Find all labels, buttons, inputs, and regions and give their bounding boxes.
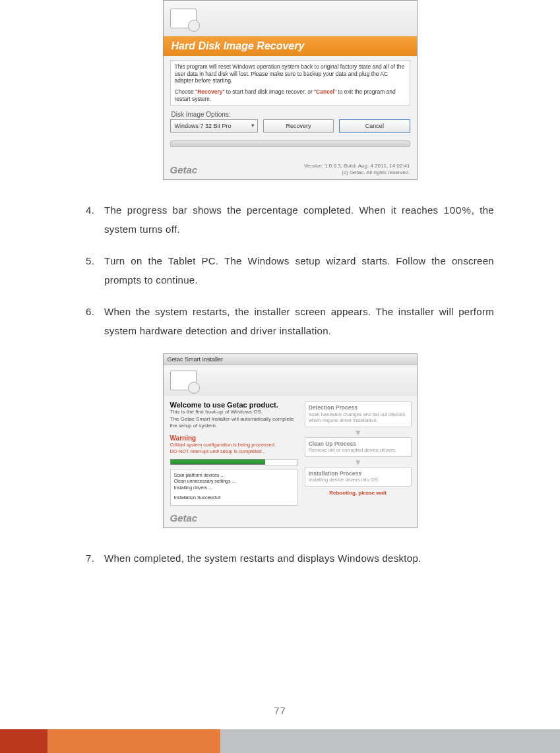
footer-bar-grey [220, 729, 560, 753]
arrow-down-icon: ▼ [305, 429, 412, 437]
brand-label: Getac [170, 512, 410, 524]
dialog-description: This program will reset Windows operatio… [170, 60, 410, 105]
welcome-heading: Welcome to use Getac product. [170, 401, 298, 409]
installer-log: Scan platform devices ... Clean unnecess… [170, 469, 298, 506]
laptop-icon [170, 371, 197, 390]
page-number: 77 [0, 705, 560, 716]
dialog-title: Hard Disk Image Recovery [164, 36, 417, 56]
instruction-steps-2: 7. When completed, the system restarts a… [86, 549, 494, 568]
welcome-sub2: The Getac Smart Installer will automatic… [170, 416, 298, 430]
arrow-down-icon: ▼ [305, 458, 412, 466]
keyword-100pct: 100% [443, 204, 471, 216]
step-5: 5. Turn on the Tablet PC. The Windows se… [86, 252, 494, 289]
footer-bars [0, 729, 560, 753]
welcome-sub1: This is the first boot-up of Windows OS. [170, 409, 298, 415]
keyword-recovery: Recovery [197, 88, 222, 95]
recovery-dialog-screenshot: Hard Disk Image Recovery This program wi… [163, 0, 418, 180]
footer-bar-orange [47, 729, 220, 753]
step-6: 6. When the system restarts, the install… [86, 303, 494, 340]
installation-card: Installation Process Installing device d… [305, 467, 412, 487]
panel-text-1: This program will reset Windows operatio… [175, 63, 406, 84]
progress-bar [170, 140, 410, 147]
keyword-cancel: Cancel [316, 88, 334, 95]
detection-card: Detection Process Scan hardware changes … [305, 401, 412, 427]
laptop-icon [170, 9, 197, 28]
warning-text1: Critical system configuration is being p… [170, 442, 298, 448]
os-select[interactable]: Windows 7 32 Bit Pro [170, 119, 258, 133]
reboot-message: Rebooting, please wait [305, 488, 412, 497]
warning-text2: DO NOT interrupt until setup is complete… [170, 448, 298, 455]
instruction-steps: 4. The progress bar shows the percentage… [86, 201, 494, 340]
installer-progress-bar [170, 459, 266, 465]
panel-text-2: Choose "Recovery" to start hard disk ima… [175, 88, 406, 102]
brand-label: Getac [170, 164, 198, 175]
step-4: 4. The progress bar shows the percentage… [86, 201, 494, 239]
version-info: Version: 1.0.0.3, Build: Aug. 4 2011, 14… [304, 163, 410, 175]
installer-header [164, 365, 417, 396]
recovery-button[interactable]: Recovery [263, 119, 334, 133]
installer-titlebar: Getac Smart Installer [164, 354, 417, 365]
installer-screenshot: Getac Smart Installer Welcome to use Get… [163, 353, 418, 528]
dialog-header [164, 1, 417, 36]
cleanup-card: Clean Up Process Remove old or corrupted… [305, 437, 412, 457]
step-7: 7. When completed, the system restarts a… [86, 549, 494, 568]
cancel-button[interactable]: Cancel [339, 119, 410, 133]
warning-heading: Warning [170, 435, 298, 442]
footer-bar-red [0, 729, 47, 753]
options-label: Disk Image Options: [164, 109, 417, 119]
